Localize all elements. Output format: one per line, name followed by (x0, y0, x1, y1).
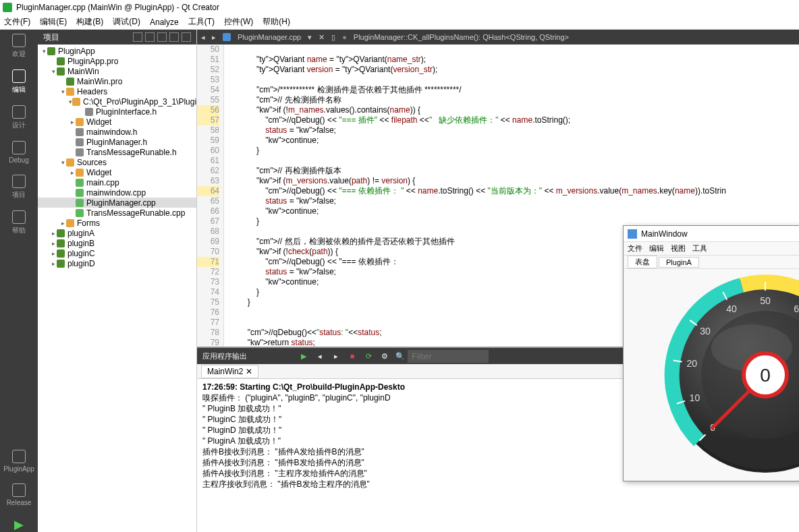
sidebar-item-欢迎[interactable]: 欢迎 (12, 34, 26, 59)
kit-Release[interactable]: Release (7, 483, 32, 506)
expand-icon[interactable]: ▸ (50, 230, 57, 237)
tree-node[interactable]: PluginApp.pro (38, 56, 196, 66)
editor-tabs: ◂ ▸ PluginManager.cpp ▾ ✕ ▯ ● PluginMana… (197, 30, 799, 45)
menu-item[interactable]: 工具(T) (188, 16, 215, 28)
menu-item[interactable]: 控件(W) (224, 16, 253, 28)
tree-node[interactable]: PluginInterface.h (38, 107, 196, 117)
menu-item[interactable]: 文件(F) (4, 16, 30, 28)
gauge-menu-item[interactable]: 工具 (692, 243, 707, 254)
tree-node[interactable]: MainWin.pro (38, 76, 196, 86)
file-icon (66, 78, 74, 86)
split-icon[interactable] (169, 32, 179, 42)
tree-node[interactable]: TransMessageRunable.h (38, 147, 196, 157)
gauge-tabs: 表盘PluginA (624, 256, 799, 269)
tree-node[interactable]: PluginManager.h (38, 137, 196, 147)
tree-node[interactable]: ▾MainWin (38, 66, 196, 76)
gauge-titlebar[interactable]: MainWindow — ☐ ✕ (624, 226, 799, 242)
line-gutter[interactable]: 5051525354555657585960616263646566676869… (197, 45, 224, 347)
expand-icon[interactable]: ▸ (59, 220, 66, 227)
project-toolbar (133, 32, 191, 42)
gauge-tab[interactable]: 表盘 (628, 256, 657, 268)
close-file-icon[interactable]: ✕ (319, 33, 325, 42)
project-tree[interactable]: ▾PluginAppPluginApp.pro▾MainWinMainWin.p… (38, 45, 196, 532)
gauge-display: 0102030405060708090100 0 (624, 269, 799, 481)
tree-node[interactable]: ▸Widget (38, 167, 196, 177)
gauge-window[interactable]: MainWindow — ☐ ✕ 文件编辑视图工具 表盘PluginA (623, 225, 799, 481)
pencil-icon (12, 105, 26, 119)
dropdown-icon[interactable]: ▾ (308, 33, 312, 42)
sidebar-item-项目[interactable]: 项目 (12, 175, 26, 200)
tree-node[interactable]: ▾PluginApp (38, 46, 196, 56)
file-icon (57, 239, 65, 247)
tree-node[interactable]: ▸pluginA (38, 228, 196, 238)
file-icon (76, 209, 84, 217)
tree-node[interactable]: ▾Headers (38, 86, 196, 96)
tree-node[interactable]: ▸Forms (38, 218, 196, 228)
stop-icon[interactable]: ■ (347, 351, 358, 361)
menu-item[interactable]: 编辑(E) (40, 16, 67, 28)
filter-icon[interactable] (133, 32, 142, 42)
filter-input[interactable] (408, 350, 489, 363)
tree-node[interactable]: main.cpp (38, 177, 196, 187)
fwd-icon[interactable]: ▸ (212, 33, 216, 42)
tree-node[interactable]: ▸Widget (38, 117, 196, 127)
gauge-menu-item[interactable]: 编辑 (649, 243, 664, 254)
back-icon[interactable]: ◂ (201, 33, 205, 42)
gauge-menu-item[interactable]: 视图 (671, 243, 686, 254)
next-icon[interactable]: ▸ (331, 351, 341, 361)
file-icon (76, 199, 84, 207)
sidebar-item-编辑[interactable]: 编辑 (12, 69, 26, 94)
gear-icon[interactable]: ⚙ (379, 351, 390, 361)
tree-node[interactable]: ▾C:\Qt_Pro\PluginApp_3_1\Plugin_ (38, 96, 196, 107)
svg-text:30: 30 (700, 326, 711, 336)
menubar: 文件(F)编辑(E)构建(B)调试(D)Analyze工具(T)控件(W)帮助(… (0, 15, 799, 30)
menu-item[interactable]: 调试(D) (113, 16, 140, 28)
expand-icon[interactable]: ▸ (50, 240, 57, 247)
expand-icon[interactable]: ▸ (50, 250, 57, 257)
tree-node[interactable]: PluginManager.cpp (38, 198, 196, 208)
run-button[interactable]: ▶ (14, 517, 24, 532)
sidebar-item-帮助[interactable]: 帮助 (12, 210, 26, 235)
tree-node[interactable]: ▸pluginD (38, 258, 196, 268)
sync-icon[interactable] (145, 32, 155, 42)
menu-item[interactable]: 帮助(H) (263, 16, 290, 28)
menu-item[interactable]: Analyze (150, 18, 179, 27)
close-icon[interactable] (182, 32, 191, 42)
project-pane-title: 项目 (43, 32, 59, 43)
gauge-value: 0 (760, 365, 771, 386)
file-name[interactable]: PluginManager.cpp (238, 33, 301, 41)
kit-PluginApp[interactable]: PluginApp (3, 450, 34, 473)
project-pane-header: 项目 (38, 30, 196, 45)
tree-node[interactable]: ▸pluginB (38, 238, 196, 248)
tree-node[interactable]: mainwindow.cpp (38, 187, 196, 198)
file-icon (57, 260, 65, 268)
gauge-menu-item[interactable]: 文件 (628, 243, 642, 254)
expand-icon[interactable]: ▸ (69, 169, 76, 176)
split-icon[interactable]: ▯ (331, 33, 335, 42)
edit-icon (12, 69, 26, 83)
expand-icon[interactable]: ▸ (69, 119, 76, 125)
run-icon[interactable]: ▶ (298, 351, 309, 361)
svg-text:10: 10 (690, 392, 700, 403)
rerun-icon[interactable]: ⟳ (363, 351, 374, 361)
close-tab-icon[interactable]: ✕ (246, 367, 252, 376)
expand-icon[interactable]: ▾ (59, 88, 66, 95)
prev-icon[interactable]: ◂ (314, 351, 325, 361)
file-icon (76, 169, 84, 177)
tree-node[interactable]: ▸pluginC (38, 248, 196, 258)
sidebar-item-设计[interactable]: 设计 (12, 105, 26, 130)
breadcrumb[interactable]: PluginManager::CK_allPluginsName(): QHas… (354, 33, 569, 41)
expand-icon[interactable]: ▾ (40, 48, 47, 55)
gauge-tab[interactable]: PluginA (659, 257, 699, 268)
expand-icon[interactable]: ▾ (59, 159, 66, 166)
expand-icon[interactable]: ▾ (50, 68, 57, 75)
file-icon (47, 47, 55, 55)
collapse-icon[interactable] (157, 32, 167, 42)
menu-item[interactable]: 构建(B) (76, 16, 103, 28)
tree-node[interactable]: ▾Sources (38, 157, 196, 167)
tree-node[interactable]: mainwindow.h (38, 127, 196, 137)
sidebar-item-Debug[interactable]: Debug (9, 141, 28, 164)
output-tab[interactable]: MainWin2 ✕ (201, 365, 258, 378)
expand-icon[interactable]: ▸ (50, 260, 57, 267)
tree-node[interactable]: TransMessageRunable.cpp (38, 208, 196, 218)
